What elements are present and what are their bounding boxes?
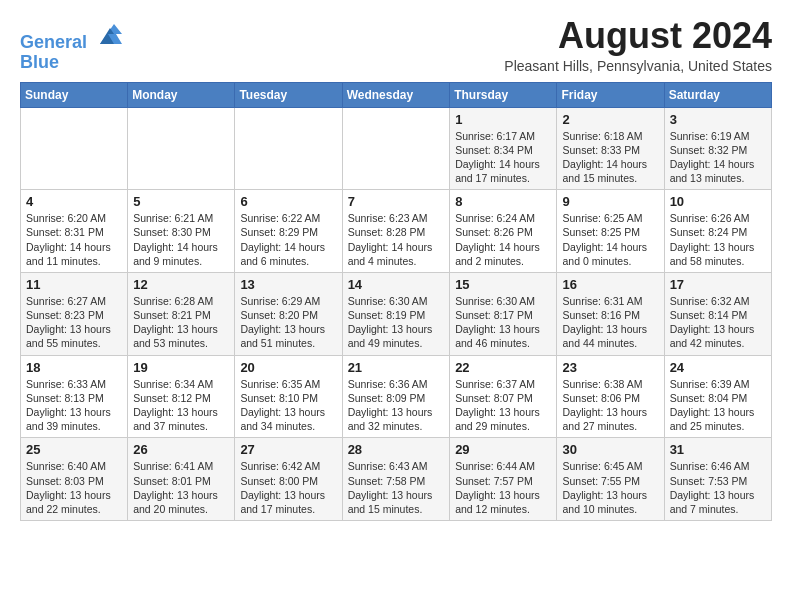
- table-row: 24Sunrise: 6:39 AM Sunset: 8:04 PM Dayli…: [664, 355, 771, 438]
- day-info: Sunrise: 6:41 AM Sunset: 8:01 PM Dayligh…: [133, 459, 229, 516]
- col-monday: Monday: [128, 82, 235, 107]
- table-row: 11Sunrise: 6:27 AM Sunset: 8:23 PM Dayli…: [21, 272, 128, 355]
- col-thursday: Thursday: [450, 82, 557, 107]
- table-row: 23Sunrise: 6:38 AM Sunset: 8:06 PM Dayli…: [557, 355, 664, 438]
- table-row: 25Sunrise: 6:40 AM Sunset: 8:03 PM Dayli…: [21, 438, 128, 521]
- day-info: Sunrise: 6:37 AM Sunset: 8:07 PM Dayligh…: [455, 377, 551, 434]
- day-info: Sunrise: 6:44 AM Sunset: 7:57 PM Dayligh…: [455, 459, 551, 516]
- day-info: Sunrise: 6:27 AM Sunset: 8:23 PM Dayligh…: [26, 294, 122, 351]
- day-number: 27: [240, 442, 336, 457]
- day-number: 15: [455, 277, 551, 292]
- day-info: Sunrise: 6:23 AM Sunset: 8:28 PM Dayligh…: [348, 211, 445, 268]
- day-number: 30: [562, 442, 658, 457]
- day-number: 1: [455, 112, 551, 127]
- table-row: 30Sunrise: 6:45 AM Sunset: 7:55 PM Dayli…: [557, 438, 664, 521]
- day-info: Sunrise: 6:32 AM Sunset: 8:14 PM Dayligh…: [670, 294, 766, 351]
- table-row: 1Sunrise: 6:17 AM Sunset: 8:34 PM Daylig…: [450, 107, 557, 190]
- day-number: 12: [133, 277, 229, 292]
- header: General Blue August 2024 Pleasant Hills,…: [20, 16, 772, 74]
- day-number: 22: [455, 360, 551, 375]
- day-number: 20: [240, 360, 336, 375]
- day-info: Sunrise: 6:21 AM Sunset: 8:30 PM Dayligh…: [133, 211, 229, 268]
- table-row: 2Sunrise: 6:18 AM Sunset: 8:33 PM Daylig…: [557, 107, 664, 190]
- calendar-week-row: 1Sunrise: 6:17 AM Sunset: 8:34 PM Daylig…: [21, 107, 772, 190]
- col-saturday: Saturday: [664, 82, 771, 107]
- day-number: 21: [348, 360, 445, 375]
- day-number: 18: [26, 360, 122, 375]
- day-info: Sunrise: 6:43 AM Sunset: 7:58 PM Dayligh…: [348, 459, 445, 516]
- day-number: 13: [240, 277, 336, 292]
- title-area: August 2024 Pleasant Hills, Pennsylvania…: [504, 16, 772, 74]
- table-row: 3Sunrise: 6:19 AM Sunset: 8:32 PM Daylig…: [664, 107, 771, 190]
- day-number: 23: [562, 360, 658, 375]
- day-number: 17: [670, 277, 766, 292]
- table-row: 31Sunrise: 6:46 AM Sunset: 7:53 PM Dayli…: [664, 438, 771, 521]
- table-row: 7Sunrise: 6:23 AM Sunset: 8:28 PM Daylig…: [342, 190, 450, 273]
- table-row: [235, 107, 342, 190]
- month-year-title: August 2024: [504, 16, 772, 56]
- table-row: 9Sunrise: 6:25 AM Sunset: 8:25 PM Daylig…: [557, 190, 664, 273]
- calendar-week-row: 18Sunrise: 6:33 AM Sunset: 8:13 PM Dayli…: [21, 355, 772, 438]
- day-number: 6: [240, 194, 336, 209]
- day-number: 2: [562, 112, 658, 127]
- table-row: 26Sunrise: 6:41 AM Sunset: 8:01 PM Dayli…: [128, 438, 235, 521]
- day-info: Sunrise: 6:31 AM Sunset: 8:16 PM Dayligh…: [562, 294, 658, 351]
- day-number: 10: [670, 194, 766, 209]
- day-info: Sunrise: 6:42 AM Sunset: 8:00 PM Dayligh…: [240, 459, 336, 516]
- day-number: 14: [348, 277, 445, 292]
- day-number: 4: [26, 194, 122, 209]
- logo-icon: [94, 20, 124, 48]
- day-info: Sunrise: 6:36 AM Sunset: 8:09 PM Dayligh…: [348, 377, 445, 434]
- table-row: 18Sunrise: 6:33 AM Sunset: 8:13 PM Dayli…: [21, 355, 128, 438]
- calendar-table: Sunday Monday Tuesday Wednesday Thursday…: [20, 82, 772, 521]
- logo: General Blue: [20, 20, 124, 73]
- logo-text: General: [20, 20, 124, 53]
- table-row: 12Sunrise: 6:28 AM Sunset: 8:21 PM Dayli…: [128, 272, 235, 355]
- location-subtitle: Pleasant Hills, Pennsylvania, United Sta…: [504, 58, 772, 74]
- day-number: 3: [670, 112, 766, 127]
- col-tuesday: Tuesday: [235, 82, 342, 107]
- day-number: 16: [562, 277, 658, 292]
- day-number: 11: [26, 277, 122, 292]
- day-number: 28: [348, 442, 445, 457]
- table-row: 22Sunrise: 6:37 AM Sunset: 8:07 PM Dayli…: [450, 355, 557, 438]
- day-info: Sunrise: 6:34 AM Sunset: 8:12 PM Dayligh…: [133, 377, 229, 434]
- day-info: Sunrise: 6:46 AM Sunset: 7:53 PM Dayligh…: [670, 459, 766, 516]
- day-info: Sunrise: 6:20 AM Sunset: 8:31 PM Dayligh…: [26, 211, 122, 268]
- day-number: 19: [133, 360, 229, 375]
- day-info: Sunrise: 6:40 AM Sunset: 8:03 PM Dayligh…: [26, 459, 122, 516]
- day-info: Sunrise: 6:38 AM Sunset: 8:06 PM Dayligh…: [562, 377, 658, 434]
- calendar-week-row: 25Sunrise: 6:40 AM Sunset: 8:03 PM Dayli…: [21, 438, 772, 521]
- day-number: 31: [670, 442, 766, 457]
- day-info: Sunrise: 6:30 AM Sunset: 8:19 PM Dayligh…: [348, 294, 445, 351]
- table-row: 8Sunrise: 6:24 AM Sunset: 8:26 PM Daylig…: [450, 190, 557, 273]
- day-info: Sunrise: 6:25 AM Sunset: 8:25 PM Dayligh…: [562, 211, 658, 268]
- day-info: Sunrise: 6:24 AM Sunset: 8:26 PM Dayligh…: [455, 211, 551, 268]
- day-info: Sunrise: 6:26 AM Sunset: 8:24 PM Dayligh…: [670, 211, 766, 268]
- table-row: [342, 107, 450, 190]
- table-row: 17Sunrise: 6:32 AM Sunset: 8:14 PM Dayli…: [664, 272, 771, 355]
- day-number: 7: [348, 194, 445, 209]
- day-number: 26: [133, 442, 229, 457]
- col-friday: Friday: [557, 82, 664, 107]
- table-row: 10Sunrise: 6:26 AM Sunset: 8:24 PM Dayli…: [664, 190, 771, 273]
- table-row: 5Sunrise: 6:21 AM Sunset: 8:30 PM Daylig…: [128, 190, 235, 273]
- table-row: 4Sunrise: 6:20 AM Sunset: 8:31 PM Daylig…: [21, 190, 128, 273]
- table-row: 29Sunrise: 6:44 AM Sunset: 7:57 PM Dayli…: [450, 438, 557, 521]
- calendar-week-row: 4Sunrise: 6:20 AM Sunset: 8:31 PM Daylig…: [21, 190, 772, 273]
- table-row: 15Sunrise: 6:30 AM Sunset: 8:17 PM Dayli…: [450, 272, 557, 355]
- col-wednesday: Wednesday: [342, 82, 450, 107]
- table-row: 20Sunrise: 6:35 AM Sunset: 8:10 PM Dayli…: [235, 355, 342, 438]
- table-row: 21Sunrise: 6:36 AM Sunset: 8:09 PM Dayli…: [342, 355, 450, 438]
- day-info: Sunrise: 6:28 AM Sunset: 8:21 PM Dayligh…: [133, 294, 229, 351]
- day-number: 24: [670, 360, 766, 375]
- table-row: 27Sunrise: 6:42 AM Sunset: 8:00 PM Dayli…: [235, 438, 342, 521]
- logo-subtext: Blue: [20, 53, 124, 73]
- day-number: 5: [133, 194, 229, 209]
- day-number: 9: [562, 194, 658, 209]
- day-info: Sunrise: 6:29 AM Sunset: 8:20 PM Dayligh…: [240, 294, 336, 351]
- day-info: Sunrise: 6:39 AM Sunset: 8:04 PM Dayligh…: [670, 377, 766, 434]
- table-row: [21, 107, 128, 190]
- day-info: Sunrise: 6:22 AM Sunset: 8:29 PM Dayligh…: [240, 211, 336, 268]
- table-row: 6Sunrise: 6:22 AM Sunset: 8:29 PM Daylig…: [235, 190, 342, 273]
